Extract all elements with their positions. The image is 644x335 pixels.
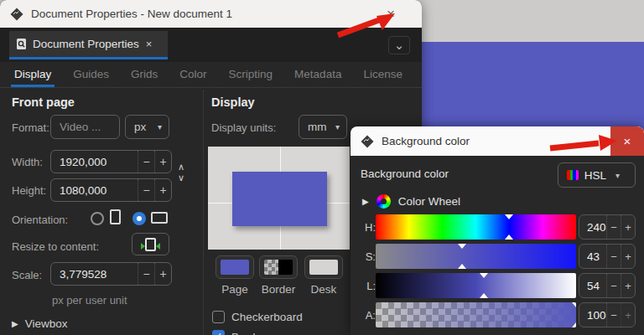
tab-grids[interactable]: Grids (131, 68, 158, 82)
tab-display[interactable]: Display (14, 68, 51, 82)
width-height-link-icon[interactable]: ∧ ∨ (174, 162, 188, 183)
scale-unit-note: px per user unit (52, 294, 127, 307)
lightness-slider[interactable] (376, 273, 576, 298)
front-page-heading: Front page (12, 95, 75, 109)
notebook-tabbar: Display Guides Grids Color Scripting Met… (0, 62, 422, 88)
width-input[interactable]: 1920,000 − + (50, 150, 172, 173)
lightness-decrement-button[interactable]: − (606, 274, 621, 297)
inkscape-logo-icon (10, 8, 23, 21)
scale-decrement-button[interactable]: − (138, 263, 154, 285)
desktop-background (411, 0, 644, 42)
bg-dialog-title: Background color (382, 135, 470, 147)
hue-slider[interactable] (376, 214, 576, 240)
border-color-swatch (264, 260, 293, 275)
viewbox-expander[interactable]: ▶ Viewbox (12, 317, 68, 330)
screenshot-root: Document Properties - New document 1 × D… (0, 0, 644, 335)
display-units-label: Display units: (211, 121, 276, 134)
inkscape-logo-icon (361, 135, 374, 148)
alpha-increment-button[interactable]: + (621, 303, 635, 327)
tab-license[interactable]: License (363, 68, 402, 82)
format-unit-dropdown[interactable]: px ▾ (125, 115, 169, 139)
dock-tab-document-properties[interactable]: Document Properties × (9, 31, 168, 59)
alpha-value-box[interactable]: 100 − + (579, 302, 636, 327)
page-preview (208, 147, 350, 250)
saturation-value-box[interactable]: 43 − + (579, 244, 636, 269)
expander-right-icon: ▶ (362, 197, 369, 206)
lightness-label: L: (357, 280, 376, 292)
inkscape-canvas-page (421, 42, 644, 134)
page-color-swatch (221, 260, 249, 275)
width-label: Width: (12, 156, 43, 168)
checkerboard-checkbox[interactable] (212, 311, 225, 323)
border-swatch-label: Border (257, 283, 300, 296)
dropdown-arrow-icon: ▾ (154, 122, 169, 131)
portrait-page-icon (110, 209, 121, 224)
display-heading: Display (211, 95, 255, 109)
orientation-landscape-radio[interactable] (132, 212, 146, 225)
page-color-swatch-button[interactable] (216, 255, 254, 279)
color-wheel-icon (377, 194, 391, 209)
hue-increment-button[interactable]: + (621, 215, 635, 239)
resize-to-content-label: Resize to content: (12, 240, 99, 253)
orientation-portrait-radio[interactable] (91, 212, 104, 225)
border-on-top-label: Border (231, 331, 266, 335)
lightness-increment-button[interactable]: + (621, 274, 635, 297)
tab-color[interactable]: Color (179, 68, 206, 82)
tab-guides[interactable]: Guides (73, 68, 109, 82)
saturation-increment-button[interactable]: + (621, 245, 635, 268)
alpha-label: A: (357, 309, 376, 322)
background-color-dialog: Background color × Background color HSL … (351, 126, 644, 335)
width-increment-button[interactable]: + (154, 151, 171, 173)
lightness-value-box[interactable]: 54 − + (579, 273, 636, 298)
scale-label: Scale: (12, 269, 42, 281)
dropdown-arrow-icon: ▾ (612, 171, 626, 180)
preview-page-rect (232, 172, 327, 226)
tab-scripting[interactable]: Scripting (229, 68, 273, 82)
border-on-top-checkbox[interactable]: ✓ (212, 330, 225, 335)
dock-tab-label: Document Properties (33, 38, 139, 50)
document-properties-icon (16, 38, 28, 50)
desk-color-swatch-button[interactable] (304, 255, 343, 279)
scale-increment-button[interactable]: + (154, 263, 171, 285)
desk-swatch-label: Desk (304, 283, 343, 296)
height-increment-button[interactable]: + (154, 179, 171, 201)
column-divider (203, 90, 204, 335)
saturation-label: S: (357, 250, 376, 263)
height-decrement-button[interactable]: − (138, 179, 154, 201)
alpha-slider[interactable] (376, 302, 576, 327)
alpha-decrement-button[interactable]: − (606, 303, 621, 327)
color-wheel-expander[interactable]: ▶ Color Wheel (362, 194, 460, 209)
saturation-decrement-button[interactable]: − (606, 245, 621, 268)
format-label: Format: (12, 121, 49, 134)
hue-value-box[interactable]: 240 − + (579, 214, 636, 240)
hue-label: H: (357, 221, 376, 234)
dock-tab-close-icon[interactable]: × (146, 38, 153, 50)
display-units-dropdown[interactable]: mm ▾ (299, 115, 347, 139)
resize-page-icon (145, 238, 156, 251)
resize-to-content-button[interactable] (132, 233, 169, 255)
orientation-label: Orientation: (12, 214, 68, 226)
tab-metadata[interactable]: Metadata (294, 68, 341, 82)
dropdown-arrow-icon: ▾ (332, 122, 346, 131)
rgb-bars-icon (567, 170, 579, 180)
format-dropdown[interactable]: Video ... (50, 115, 120, 139)
window-close-button[interactable]: × (380, 3, 402, 25)
window-title: Document Properties - New document 1 (31, 8, 232, 20)
scale-input[interactable]: 3,779528 − + (50, 262, 172, 286)
bg-dialog-titlebar[interactable]: Background color (351, 126, 644, 156)
hue-decrement-button[interactable]: − (606, 215, 621, 239)
height-input[interactable]: 1080,000 − + (50, 178, 172, 202)
height-label: Height: (12, 184, 46, 197)
page-swatch-label: Page (216, 283, 254, 296)
expander-right-icon: ▶ (12, 319, 18, 328)
window-titlebar[interactable]: Document Properties - New document 1 × (0, 0, 422, 28)
width-decrement-button[interactable]: − (138, 151, 154, 173)
bg-dialog-close-button[interactable]: × (610, 126, 644, 156)
landscape-page-icon (151, 212, 168, 224)
checkerboard-label: Checkerboard (231, 311, 303, 323)
color-mode-dropdown[interactable]: HSL ▾ (558, 162, 636, 188)
desk-color-swatch (309, 260, 338, 275)
border-color-swatch-button[interactable] (259, 255, 298, 279)
panel-menu-chevron-icon[interactable]: ⌄ (388, 36, 410, 54)
saturation-slider[interactable] (376, 244, 576, 269)
